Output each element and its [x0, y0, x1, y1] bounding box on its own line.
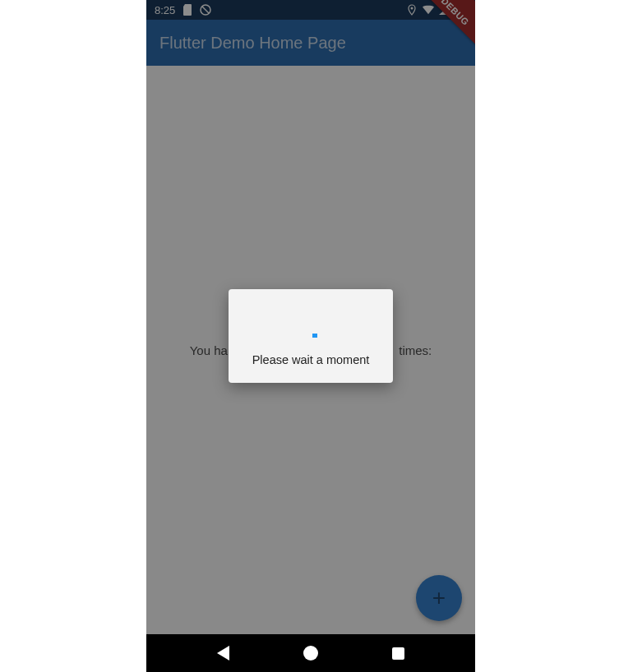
home-icon: [303, 646, 318, 660]
app-bar-title: Flutter Demo Home Page: [159, 34, 346, 53]
loading-spinner-icon: [298, 312, 324, 338]
app-bar: Flutter Demo Home Page: [146, 20, 475, 66]
recent-icon: [392, 647, 404, 660]
dialog-message: Please wait a moment: [242, 353, 380, 366]
loading-dialog: Please wait a moment: [229, 289, 393, 383]
android-nav-bar: [146, 634, 475, 672]
wifi-icon: [423, 4, 434, 16]
plus-icon: +: [432, 585, 446, 611]
do-not-disturb-icon: [200, 4, 211, 16]
increment-fab[interactable]: +: [416, 575, 462, 621]
svg-line-1: [202, 7, 209, 13]
counter-label-left: You ha: [190, 343, 228, 357]
svg-point-2: [411, 7, 413, 10]
nav-recent-button[interactable]: [390, 645, 407, 661]
sd-card-icon: [182, 4, 193, 16]
back-icon: [217, 646, 229, 660]
status-bar: 8:25: [146, 0, 475, 20]
status-left: 8:25: [155, 4, 211, 16]
counter-label-right: times:: [399, 343, 432, 357]
status-time: 8:25: [155, 4, 175, 16]
location-icon: [406, 4, 418, 16]
device-frame: 8:25 Flutter Demo Home Page: [146, 0, 475, 672]
nav-home-button[interactable]: [303, 645, 319, 661]
nav-back-button[interactable]: [215, 645, 231, 661]
